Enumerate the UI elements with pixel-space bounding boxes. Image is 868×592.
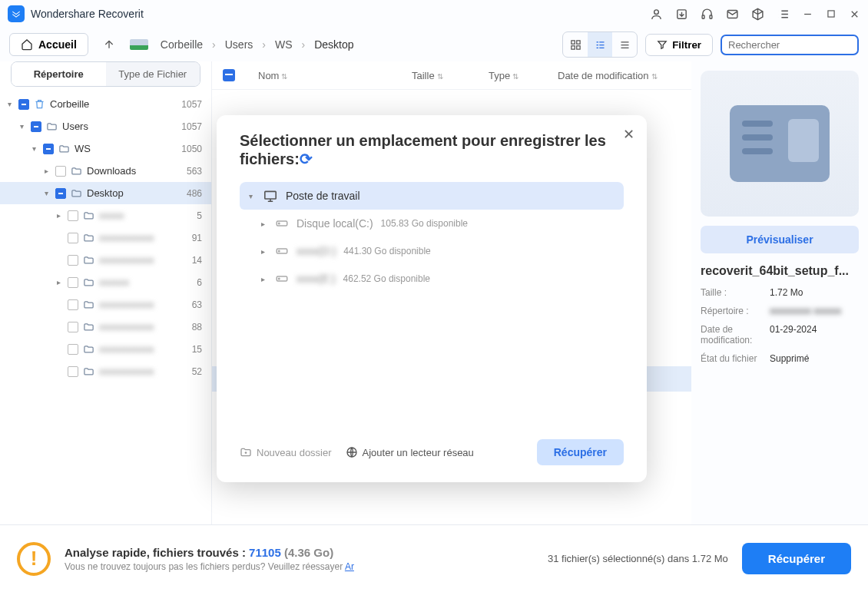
svg-rect-11 <box>265 191 276 199</box>
location-list: ▾ Poste de travail ▸Disque local(C:)105.… <box>240 182 624 427</box>
save-location-modal: ✕ Sélectionner un emplacement pour enreg… <box>217 115 647 482</box>
drive-available: 462.52 Go disponible <box>343 273 430 284</box>
svg-point-17 <box>279 278 280 279</box>
drive-item[interactable]: ▸xxxx(E:)462.52 Go disponible <box>240 265 624 293</box>
drive-icon <box>275 273 289 284</box>
loading-icon: ⟳ <box>300 150 313 168</box>
drive-label: xxxx(D:) <box>297 245 336 257</box>
drive-item[interactable]: ▸xxxx(D:)441.30 Go disponible <box>240 237 624 265</box>
computer-icon <box>263 190 278 202</box>
drive-icon <box>275 218 289 229</box>
location-label: Poste de travail <box>286 190 360 202</box>
drive-item[interactable]: ▸Disque local(C:)105.83 Go disponible <box>240 210 624 237</box>
svg-point-15 <box>279 250 280 252</box>
drive-label: xxxx(E:) <box>297 273 336 285</box>
new-folder-button[interactable]: Nouveau dossier <box>240 446 332 458</box>
location-root[interactable]: ▾ Poste de travail <box>240 182 624 210</box>
drive-available: 105.83 Go disponible <box>381 218 468 229</box>
add-network-button[interactable]: Ajouter un lecteur réseau <box>346 446 474 458</box>
drive-icon <box>275 246 289 256</box>
modal-backdrop: ✕ Sélectionner un emplacement pour enreg… <box>0 0 868 592</box>
modal-close-icon[interactable]: ✕ <box>623 126 634 143</box>
modal-recover-button[interactable]: Récupérer <box>537 439 624 465</box>
drive-available: 441.30 Go disponible <box>343 246 430 256</box>
modal-title: Sélectionner un emplacement pour enregis… <box>240 132 624 168</box>
drive-label: Disque local(C:) <box>297 217 373 230</box>
svg-point-13 <box>279 223 280 224</box>
